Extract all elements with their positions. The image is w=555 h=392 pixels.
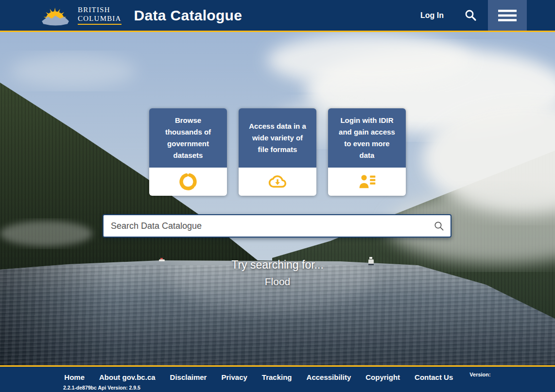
card-access-formats[interactable]: Access data in a wide variety of file fo… [239,108,316,196]
bc-logo-wordmark: BRITISH COLUMBIA [78,6,121,25]
card-text: Browse thousands of government datasets [149,108,227,168]
search-icon [464,9,477,22]
cloud-download-icon [266,171,289,192]
feature-cards: Browse thousands of government datasets … [0,108,555,196]
menu-button[interactable] [488,0,527,31]
card-text: Login with IDIR and gain access to even … [328,108,406,168]
footer-nav: Home About gov.bc.ca Disclaimer Privacy … [0,367,555,385]
app-header: BRITISH COLUMBIA Data Catalogue Log In [0,0,555,32]
logo-text-british: BRITISH [78,6,110,14]
footer-link-about[interactable]: About gov.bc.ca [99,373,156,381]
hero-section: Browse thousands of government datasets … [0,32,555,365]
version-value: 2.2.1-de879bc Api Version: 2.9.5 [63,385,140,391]
header-right-padding [527,0,555,31]
donut-chart-icon [178,171,198,192]
logo-text-columbia: COLUMBIA [78,15,121,25]
page-title: Data Catalogue [134,7,243,24]
lake-forest-background-photo [0,32,555,365]
header-actions: Log In [420,0,555,31]
try-searching-text: Try searching for... [0,258,555,272]
account-details-icon [357,171,377,192]
version-label: Version: [469,372,490,377]
footer-link-tracking[interactable]: Tracking [262,373,292,381]
login-link[interactable]: Log In [420,11,444,20]
search-bar [103,214,451,238]
hamburger-menu-icon [498,9,517,22]
search-suggestion-flood[interactable]: Flood [0,276,555,288]
header-search-button[interactable] [464,9,477,22]
footer-link-accessibility[interactable]: Accessibility [307,373,351,381]
bc-logo[interactable]: BRITISH COLUMBIA [39,4,121,27]
search-input-icon[interactable] [434,221,445,232]
footer-link-copyright[interactable]: Copyright [365,373,400,381]
card-browse-datasets[interactable]: Browse thousands of government datasets [149,108,227,196]
search-input[interactable] [103,214,451,238]
footer-link-privacy[interactable]: Privacy [221,373,247,381]
bc-sun-mountains-emblem [39,4,73,27]
page: BRITISH COLUMBIA Data Catalogue Log In [0,0,555,392]
footer-link-disclaimer[interactable]: Disclaimer [170,373,207,381]
app-footer: Home About gov.bc.ca Disclaimer Privacy … [0,365,555,392]
footer-link-home[interactable]: Home [64,373,85,381]
card-text: Access data in a wide variety of file fo… [239,108,316,168]
card-login-idir[interactable]: Login with IDIR and gain access to even … [328,108,406,196]
footer-link-contact[interactable]: Contact Us [415,373,453,381]
